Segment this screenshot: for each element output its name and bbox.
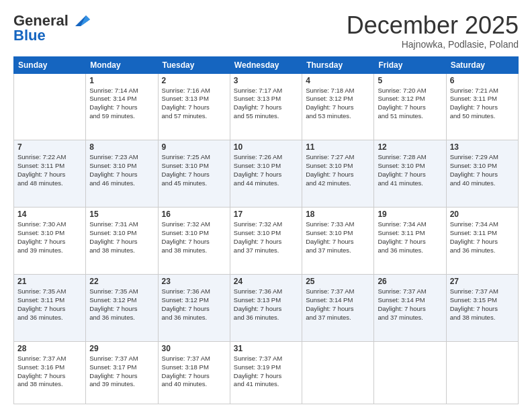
calendar-cell: 11Sunrise: 7:27 AM Sunset: 3:10 PM Dayli… — [302, 140, 374, 208]
logo-blue: Blue — [13, 27, 46, 44]
day-number: 20 — [450, 210, 515, 219]
col-header-thursday: Thursday — [302, 56, 374, 73]
day-number: 22 — [89, 277, 154, 286]
day-number: 14 — [17, 210, 82, 219]
day-info: Sunrise: 7:37 AM Sunset: 3:15 PM Dayligh… — [450, 287, 515, 322]
day-info: Sunrise: 7:25 AM Sunset: 3:10 PM Dayligh… — [162, 153, 226, 187]
calendar-cell: 25Sunrise: 7:37 AM Sunset: 3:14 PM Dayli… — [302, 275, 374, 342]
calendar-week-row: 14Sunrise: 7:30 AM Sunset: 3:10 PM Dayli… — [14, 208, 519, 275]
col-header-friday: Friday — [374, 56, 446, 73]
calendar-cell: 27Sunrise: 7:37 AM Sunset: 3:15 PM Dayli… — [446, 275, 518, 342]
day-number: 16 — [162, 210, 226, 219]
day-info: Sunrise: 7:35 AM Sunset: 3:12 PM Dayligh… — [89, 287, 154, 322]
day-number: 31 — [234, 344, 298, 353]
calendar-cell — [446, 342, 518, 404]
day-info: Sunrise: 7:35 AM Sunset: 3:11 PM Dayligh… — [17, 287, 82, 322]
day-number: 24 — [234, 277, 298, 286]
day-number: 15 — [89, 210, 154, 219]
col-header-sunday: Sunday — [14, 56, 86, 73]
calendar-cell: 30Sunrise: 7:37 AM Sunset: 3:18 PM Dayli… — [158, 342, 230, 404]
day-number: 5 — [378, 76, 442, 85]
day-number: 19 — [378, 210, 442, 219]
page: General Blue December 2025 Hajnowka, Pod… — [0, 0, 532, 411]
calendar-cell: 24Sunrise: 7:36 AM Sunset: 3:13 PM Dayli… — [230, 275, 302, 342]
day-number: 4 — [306, 76, 370, 85]
day-info: Sunrise: 7:37 AM Sunset: 3:14 PM Dayligh… — [378, 287, 442, 322]
day-number: 10 — [234, 142, 298, 152]
calendar-cell: 14Sunrise: 7:30 AM Sunset: 3:10 PM Dayli… — [14, 208, 86, 275]
day-info: Sunrise: 7:28 AM Sunset: 3:10 PM Dayligh… — [378, 153, 442, 187]
day-number: 7 — [17, 142, 82, 152]
day-info: Sunrise: 7:32 AM Sunset: 3:10 PM Dayligh… — [234, 220, 298, 255]
day-info: Sunrise: 7:32 AM Sunset: 3:10 PM Dayligh… — [162, 220, 226, 255]
calendar-cell: 6Sunrise: 7:21 AM Sunset: 3:11 PM Daylig… — [446, 73, 518, 140]
day-info: Sunrise: 7:33 AM Sunset: 3:10 PM Dayligh… — [306, 220, 370, 255]
day-info: Sunrise: 7:37 AM Sunset: 3:19 PM Dayligh… — [234, 355, 298, 389]
day-number: 28 — [17, 344, 82, 353]
day-number: 6 — [450, 76, 515, 85]
day-info: Sunrise: 7:20 AM Sunset: 3:12 PM Dayligh… — [378, 87, 442, 121]
calendar-cell: 7Sunrise: 7:22 AM Sunset: 3:11 PM Daylig… — [14, 140, 86, 208]
calendar-cell: 26Sunrise: 7:37 AM Sunset: 3:14 PM Dayli… — [374, 275, 446, 342]
day-number: 29 — [89, 344, 154, 353]
calendar-cell: 1Sunrise: 7:14 AM Sunset: 3:14 PM Daylig… — [86, 73, 158, 140]
calendar-week-row: 21Sunrise: 7:35 AM Sunset: 3:11 PM Dayli… — [14, 275, 519, 342]
calendar-week-row: 28Sunrise: 7:37 AM Sunset: 3:16 PM Dayli… — [14, 342, 519, 404]
day-number: 2 — [162, 76, 226, 85]
col-header-wednesday: Wednesday — [230, 56, 302, 73]
calendar-week-row: 7Sunrise: 7:22 AM Sunset: 3:11 PM Daylig… — [14, 140, 519, 208]
day-info: Sunrise: 7:29 AM Sunset: 3:10 PM Dayligh… — [450, 153, 515, 187]
calendar-cell: 5Sunrise: 7:20 AM Sunset: 3:12 PM Daylig… — [374, 73, 446, 140]
day-info: Sunrise: 7:36 AM Sunset: 3:12 PM Dayligh… — [162, 287, 226, 322]
calendar-cell: 18Sunrise: 7:33 AM Sunset: 3:10 PM Dayli… — [302, 208, 374, 275]
calendar-cell: 19Sunrise: 7:34 AM Sunset: 3:11 PM Dayli… — [374, 208, 446, 275]
subtitle: Hajnowka, Podlasie, Poland — [347, 39, 519, 50]
logo: General Blue — [13, 12, 90, 44]
calendar-cell: 10Sunrise: 7:26 AM Sunset: 3:10 PM Dayli… — [230, 140, 302, 208]
day-number: 11 — [306, 142, 370, 152]
calendar-cell: 17Sunrise: 7:32 AM Sunset: 3:10 PM Dayli… — [230, 208, 302, 275]
calendar-week-row: 1Sunrise: 7:14 AM Sunset: 3:14 PM Daylig… — [14, 73, 519, 140]
day-info: Sunrise: 7:31 AM Sunset: 3:10 PM Dayligh… — [89, 220, 154, 255]
day-info: Sunrise: 7:22 AM Sunset: 3:11 PM Dayligh… — [17, 153, 82, 187]
day-number: 12 — [378, 142, 442, 152]
title-block: December 2025 Hajnowka, Podlasie, Poland — [347, 12, 519, 50]
day-info: Sunrise: 7:21 AM Sunset: 3:11 PM Dayligh… — [450, 87, 515, 121]
day-number: 21 — [17, 277, 82, 286]
day-info: Sunrise: 7:14 AM Sunset: 3:14 PM Dayligh… — [89, 87, 154, 121]
day-info: Sunrise: 7:37 AM Sunset: 3:16 PM Dayligh… — [17, 355, 82, 389]
col-header-saturday: Saturday — [446, 56, 518, 73]
calendar-header-row: SundayMondayTuesdayWednesdayThursdayFrid… — [14, 56, 519, 73]
day-number: 26 — [378, 277, 442, 286]
day-number: 25 — [306, 277, 370, 286]
day-info: Sunrise: 7:27 AM Sunset: 3:10 PM Dayligh… — [306, 153, 370, 187]
day-info: Sunrise: 7:23 AM Sunset: 3:10 PM Dayligh… — [89, 153, 154, 187]
calendar-cell: 31Sunrise: 7:37 AM Sunset: 3:19 PM Dayli… — [230, 342, 302, 404]
calendar-cell: 8Sunrise: 7:23 AM Sunset: 3:10 PM Daylig… — [86, 140, 158, 208]
day-number: 17 — [234, 210, 298, 219]
calendar-cell: 22Sunrise: 7:35 AM Sunset: 3:12 PM Dayli… — [86, 275, 158, 342]
calendar-cell — [14, 73, 86, 140]
calendar-cell — [302, 342, 374, 404]
day-info: Sunrise: 7:34 AM Sunset: 3:11 PM Dayligh… — [378, 220, 442, 255]
logo-icon — [71, 14, 90, 28]
col-header-monday: Monday — [86, 56, 158, 73]
calendar-cell: 23Sunrise: 7:36 AM Sunset: 3:12 PM Dayli… — [158, 275, 230, 342]
calendar-cell: 29Sunrise: 7:37 AM Sunset: 3:17 PM Dayli… — [86, 342, 158, 404]
day-number: 8 — [89, 142, 154, 152]
calendar-cell: 28Sunrise: 7:37 AM Sunset: 3:16 PM Dayli… — [14, 342, 86, 404]
calendar-cell: 9Sunrise: 7:25 AM Sunset: 3:10 PM Daylig… — [158, 140, 230, 208]
calendar-cell — [374, 342, 446, 404]
calendar-cell: 12Sunrise: 7:28 AM Sunset: 3:10 PM Dayli… — [374, 140, 446, 208]
day-info: Sunrise: 7:17 AM Sunset: 3:13 PM Dayligh… — [234, 87, 298, 121]
day-number: 23 — [162, 277, 226, 286]
day-info: Sunrise: 7:18 AM Sunset: 3:12 PM Dayligh… — [306, 87, 370, 121]
day-info: Sunrise: 7:26 AM Sunset: 3:10 PM Dayligh… — [234, 153, 298, 187]
day-info: Sunrise: 7:30 AM Sunset: 3:10 PM Dayligh… — [17, 220, 82, 255]
day-info: Sunrise: 7:36 AM Sunset: 3:13 PM Dayligh… — [234, 287, 298, 322]
col-header-tuesday: Tuesday — [158, 56, 230, 73]
calendar-cell: 2Sunrise: 7:16 AM Sunset: 3:13 PM Daylig… — [158, 73, 230, 140]
day-number: 13 — [450, 142, 515, 152]
calendar-table: SundayMondayTuesdayWednesdayThursdayFrid… — [13, 56, 519, 404]
day-info: Sunrise: 7:34 AM Sunset: 3:11 PM Dayligh… — [450, 220, 515, 255]
